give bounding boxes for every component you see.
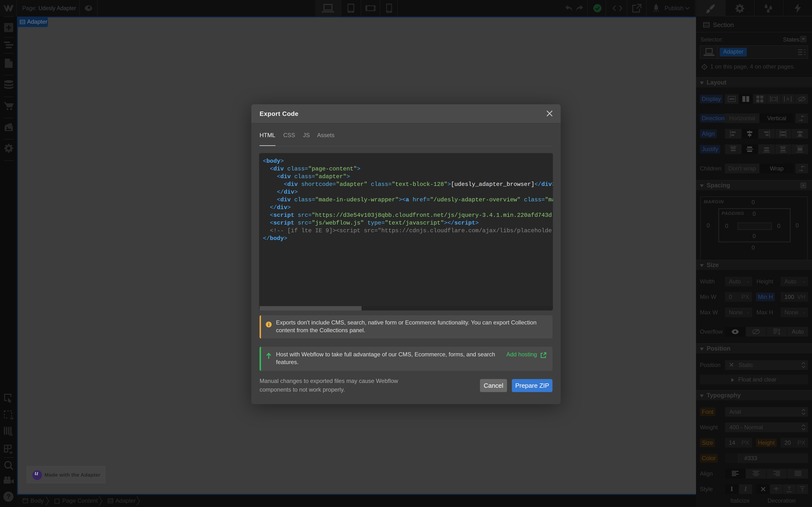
svg-text:T: T (800, 487, 804, 492)
svg-text:A: A (786, 96, 790, 102)
svg-text:T: T (788, 486, 791, 491)
